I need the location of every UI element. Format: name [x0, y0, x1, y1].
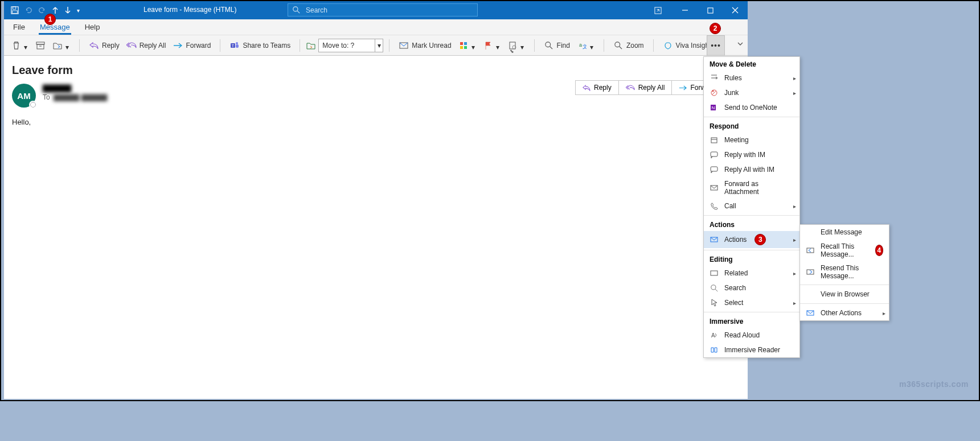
svg-line-29	[620, 46, 622, 48]
move-to-dropdown[interactable]: ▾	[375, 39, 383, 52]
ctx-call[interactable]: Call▸	[704, 199, 799, 213]
search-small-icon	[710, 283, 719, 292]
svg-rect-16	[236, 44, 239, 48]
translate-icon: a文	[577, 40, 587, 51]
ctx-section-move: Move & Delete	[704, 57, 799, 71]
share-teams-button[interactable]: TShare to Teams	[226, 38, 294, 53]
maximize-button[interactable]	[698, 1, 723, 19]
svg-text:T: T	[232, 44, 235, 48]
ctx-onenote[interactable]: NSend to OneNote	[704, 100, 799, 115]
svg-rect-35	[711, 138, 717, 143]
message-body: Hello,	[4, 113, 748, 131]
ctx-meeting[interactable]: Meeting	[704, 133, 799, 147]
save-icon[interactable]	[11, 6, 19, 14]
tab-message[interactable]: Message	[39, 20, 71, 35]
svg-point-42	[711, 285, 715, 289]
close-button[interactable]	[723, 1, 748, 19]
svg-rect-21	[464, 46, 467, 49]
onenote-icon: N	[710, 103, 719, 112]
viva-icon	[663, 40, 673, 51]
annotation-badge-1: 1	[44, 14, 56, 25]
mark-unread-button[interactable]: Mark Unread	[395, 38, 454, 53]
ctx-actions[interactable]: Actions3▸	[704, 231, 799, 248]
minimize-button[interactable]	[673, 1, 698, 19]
ctx-junk[interactable]: Junk▸	[704, 85, 799, 100]
forward-icon	[173, 40, 183, 51]
policy-button[interactable]: ▾	[504, 38, 528, 53]
svg-point-32	[712, 90, 714, 92]
undo-icon[interactable]	[24, 6, 32, 14]
resend-icon	[806, 267, 815, 277]
watermark: m365scripts.com	[899, 380, 969, 389]
ctx-reply-all-im[interactable]: Reply All with IM	[704, 162, 799, 177]
translate-button[interactable]: a文▾	[573, 38, 598, 53]
rules-icon	[710, 73, 719, 83]
svg-point-15	[236, 42, 238, 44]
flag-button[interactable]: ▾	[479, 38, 504, 53]
categorize-icon	[458, 40, 469, 51]
reply-all-button[interactable]: Reply All	[123, 38, 170, 53]
msg-reply-all-button[interactable]: Reply All	[619, 80, 673, 95]
svg-text:A: A	[711, 332, 715, 339]
tab-help[interactable]: Help	[84, 20, 101, 35]
message-content: Leave form AM ▇▇▇▇▇ To ▇▇▇▇▇ ▇▇▇▇▇ Reply…	[4, 56, 748, 399]
ctx-immersive-reader[interactable]: Immersive Reader	[704, 343, 799, 357]
categorize-button[interactable]: ▾	[455, 38, 479, 53]
ctx-section-respond: Respond	[704, 119, 799, 133]
forward-button[interactable]: Forward	[169, 38, 214, 53]
qat-customize-icon[interactable]: ▾	[77, 7, 80, 14]
tab-file[interactable]: File	[12, 20, 26, 35]
svg-rect-19	[464, 42, 467, 45]
reply-button[interactable]: Reply	[85, 38, 123, 53]
collapse-ribbon-icon[interactable]	[736, 40, 744, 50]
svg-text:文: 文	[583, 44, 587, 50]
envelope-icon	[399, 40, 409, 51]
find-button[interactable]: Find	[540, 38, 573, 53]
actions-submenu: Edit Message Recall This Message...4 Res…	[799, 224, 889, 321]
other-actions-icon	[806, 308, 815, 318]
msg-reply-button[interactable]: Reply	[575, 80, 619, 95]
reply-all-icon	[126, 40, 137, 51]
svg-rect-7	[707, 7, 712, 13]
ctx-edit-message[interactable]: Edit Message	[800, 225, 889, 240]
sender-block: ▇▇▇▇▇ To ▇▇▇▇▇ ▇▇▇▇▇	[43, 84, 107, 101]
ctx-search[interactable]: Search	[704, 281, 799, 295]
call-icon	[710, 201, 719, 211]
ribbon: ▾ ▾ Reply Reply All Forward TShare to Te…	[4, 35, 748, 56]
dialog-launcher-icon[interactable]: ⬊	[510, 48, 514, 54]
message-subject: Leave form	[4, 56, 748, 80]
move-to-folder-icon[interactable]	[306, 40, 316, 51]
next-item-icon[interactable]	[64, 6, 71, 14]
ctx-read-aloud[interactable]: ARead Aloud	[704, 328, 799, 343]
outer-border: ▾ Leave form - Message (HTML) Search Fil…	[0, 0, 980, 401]
ctx-section-actions: Actions	[704, 217, 799, 231]
prev-item-icon[interactable]	[52, 6, 59, 14]
ctx-resend-message[interactable]: Resend This Message...	[800, 261, 889, 283]
message-header: AM ▇▇▇▇▇ To ▇▇▇▇▇ ▇▇▇▇▇ Reply Reply All …	[4, 80, 748, 113]
move-button[interactable]: ▾	[49, 38, 73, 53]
quick-access-toolbar: ▾	[4, 6, 80, 14]
ctx-reply-im[interactable]: Reply with IM	[704, 147, 799, 162]
svg-line-43	[715, 289, 717, 291]
search-input[interactable]: Search	[288, 3, 478, 17]
svg-rect-41	[711, 271, 717, 275]
move-to-combo[interactable]: Move to: ?	[318, 39, 375, 52]
zoom-icon	[613, 40, 624, 51]
search-placeholder: Search	[306, 6, 327, 14]
ctx-other-actions[interactable]: Other Actions▸	[800, 306, 889, 320]
ctx-forward-attachment[interactable]: Forward as Attachment	[704, 177, 799, 199]
ctx-view-browser[interactable]: View in Browser	[800, 287, 889, 302]
more-commands-button[interactable]: •••	[707, 35, 725, 56]
ctx-related[interactable]: Related▸	[704, 266, 799, 281]
ctx-rules[interactable]: Rules▸	[704, 71, 799, 85]
junk-icon	[710, 88, 719, 97]
zoom-button[interactable]: Zoom	[610, 38, 647, 53]
redo-icon[interactable]	[38, 6, 46, 14]
pop-in-icon[interactable]	[646, 1, 669, 19]
archive-button[interactable]	[32, 38, 49, 53]
ctx-recall-message[interactable]: Recall This Message...4	[800, 240, 889, 261]
recall-icon	[806, 246, 815, 255]
svg-point-24	[545, 42, 550, 47]
delete-button[interactable]: ▾	[7, 38, 32, 53]
ctx-select[interactable]: Select▸	[704, 295, 799, 310]
